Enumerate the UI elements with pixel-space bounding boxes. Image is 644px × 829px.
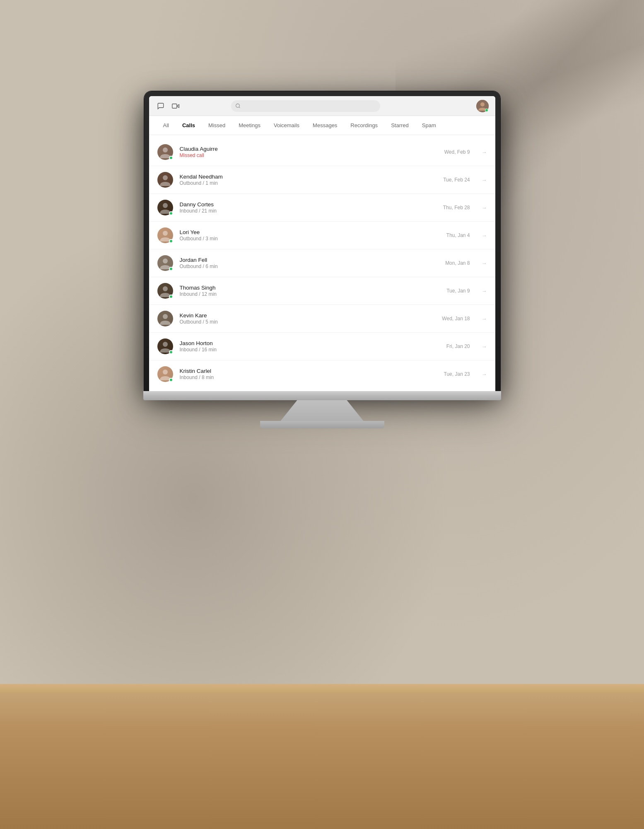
call-row[interactable]: Claudia Aguirre Missed call Wed, Feb 9 →	[149, 138, 495, 166]
tab-missed[interactable]: Missed	[203, 119, 231, 132]
svg-point-11	[163, 203, 168, 208]
call-date: Thu, Feb 28	[443, 205, 470, 210]
call-row[interactable]: Jason Horton Inbound / 16 min Fri, Jan 2…	[149, 333, 495, 360]
online-dot	[169, 350, 173, 354]
svg-point-13	[163, 231, 168, 236]
svg-point-23	[163, 370, 168, 375]
contact-avatar	[157, 255, 173, 271]
call-type: Inbound / 12 min	[180, 291, 440, 297]
contact-info: Jason Horton Inbound / 16 min	[180, 340, 440, 353]
call-date: Tue, Feb 24	[443, 177, 470, 183]
call-row[interactable]: Kevin Kare Outbound / 5 min Wed, Jan 18 …	[149, 305, 495, 333]
svg-point-7	[163, 147, 168, 152]
monitor-bezel: All Calls Missed Meetings Voicemails Mes…	[144, 91, 500, 391]
online-dot	[169, 239, 173, 243]
tab-recordings[interactable]: Recordings	[345, 119, 384, 132]
tabs-row: All Calls Missed Meetings Voicemails Mes…	[149, 116, 495, 135]
svg-point-5	[480, 102, 485, 106]
tab-voicemails[interactable]: Voicemails	[268, 119, 305, 132]
arrow-icon: →	[482, 149, 487, 155]
contact-avatar	[157, 200, 173, 215]
contact-info: Thomas Singh Inbound / 12 min	[180, 285, 440, 297]
svg-point-2	[236, 104, 239, 108]
call-row[interactable]: Kendal Needham Outbound / 1 min Tue, Feb…	[149, 166, 495, 194]
online-dot	[169, 211, 173, 215]
contact-name: Kevin Kare	[180, 312, 436, 319]
svg-rect-1	[172, 104, 176, 108]
monitor-base	[260, 421, 384, 428]
svg-marker-0	[177, 104, 179, 108]
contact-info: Kevin Kare Outbound / 5 min	[180, 312, 436, 325]
online-dot	[169, 378, 173, 382]
tab-all[interactable]: All	[157, 119, 175, 132]
svg-point-17	[163, 286, 168, 291]
call-row[interactable]: Lori Yee Outbound / 3 min Thu, Jan 4 →	[149, 222, 495, 249]
call-row[interactable]: Danny Cortes Inbound / 21 min Thu, Feb 2…	[149, 194, 495, 222]
call-date: Wed, Feb 9	[444, 149, 470, 155]
arrow-icon: →	[482, 288, 487, 294]
call-type: Outbound / 5 min	[180, 319, 436, 325]
contact-info: Danny Cortes Inbound / 21 min	[180, 201, 437, 214]
call-date: Tue, Jan 23	[444, 371, 470, 377]
contact-name: Danny Cortes	[180, 201, 437, 208]
user-avatar[interactable]	[476, 100, 489, 112]
avatar-circle	[157, 311, 173, 326]
call-list: Claudia Aguirre Missed call Wed, Feb 9 →…	[149, 135, 495, 391]
contact-name: Claudia Aguirre	[180, 146, 438, 152]
call-type: Inbound / 21 min	[180, 208, 437, 214]
tab-starred[interactable]: Starred	[385, 119, 415, 132]
tab-spam[interactable]: Spam	[416, 119, 442, 132]
monitor-stand	[281, 400, 364, 421]
call-type: Inbound / 16 min	[180, 347, 440, 353]
contact-name: Kristin Carlel	[180, 368, 437, 374]
online-dot	[169, 156, 173, 160]
video-icon[interactable]	[171, 101, 181, 111]
call-row[interactable]: Thomas Singh Inbound / 12 min Tue, Jan 9…	[149, 277, 495, 305]
call-type: Inbound / 8 min	[180, 375, 437, 380]
call-date: Wed, Jan 18	[442, 316, 470, 321]
contact-avatar	[157, 283, 173, 299]
contact-avatar	[157, 144, 173, 160]
monitor-chin	[143, 391, 501, 400]
arrow-icon: →	[482, 343, 487, 350]
call-type: Outbound / 6 min	[180, 263, 439, 269]
chat-icon[interactable]	[156, 101, 166, 111]
user-online-indicator	[485, 109, 488, 112]
call-row[interactable]: Kristin Carlel Inbound / 8 min Tue, Jan …	[149, 360, 495, 388]
call-date: Fri, Jan 20	[446, 343, 470, 349]
search-bar[interactable]	[231, 100, 380, 112]
contact-info: Claudia Aguirre Missed call	[180, 146, 438, 158]
contact-avatar	[157, 366, 173, 382]
tab-messages[interactable]: Messages	[307, 119, 343, 132]
contact-avatar	[157, 172, 173, 188]
arrow-icon: →	[482, 316, 487, 322]
call-date: Mon, Jan 8	[445, 260, 470, 266]
tab-calls[interactable]: Calls	[176, 119, 201, 132]
online-dot	[169, 267, 173, 271]
arrow-icon: →	[482, 205, 487, 211]
svg-point-19	[163, 314, 168, 319]
call-date: Tue, Jan 9	[446, 288, 470, 294]
contact-info: Kendal Needham Outbound / 1 min	[180, 174, 437, 186]
call-date: Thu, Jan 4	[446, 232, 470, 238]
contact-info: Lori Yee Outbound / 3 min	[180, 229, 440, 242]
call-type: Outbound / 1 min	[180, 180, 437, 186]
call-type: Missed call	[180, 152, 438, 158]
avatar-circle	[157, 172, 173, 188]
monitor: All Calls Missed Meetings Voicemails Mes…	[144, 91, 500, 428]
online-dot	[169, 295, 173, 299]
svg-point-15	[163, 259, 168, 263]
call-row[interactable]: Jordan Fell Outbound / 6 min Mon, Jan 8 …	[149, 249, 495, 277]
contact-info: Jordan Fell Outbound / 6 min	[180, 257, 439, 269]
contact-avatar	[157, 311, 173, 326]
screen: All Calls Missed Meetings Voicemails Mes…	[149, 96, 495, 391]
contact-avatar	[157, 227, 173, 243]
svg-point-21	[163, 342, 168, 347]
call-type: Outbound / 3 min	[180, 236, 440, 242]
contact-name: Jordan Fell	[180, 257, 439, 263]
tab-meetings[interactable]: Meetings	[233, 119, 266, 132]
contact-name: Thomas Singh	[180, 285, 440, 291]
arrow-icon: →	[482, 371, 487, 377]
contact-name: Kendal Needham	[180, 174, 437, 180]
contact-info: Kristin Carlel Inbound / 8 min	[180, 368, 437, 380]
